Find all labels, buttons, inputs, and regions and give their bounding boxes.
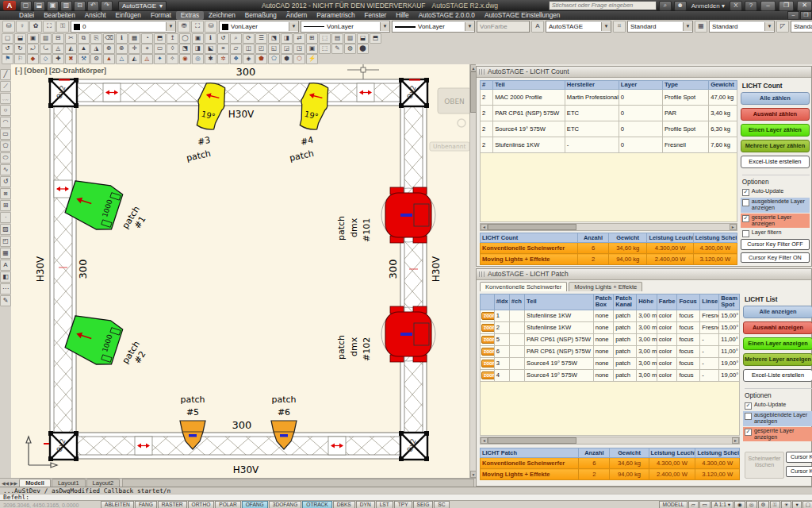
column-header[interactable]: Anzahl — [579, 448, 610, 458]
toolbar-icon[interactable]: ▣ — [192, 33, 204, 44]
column-header[interactable]: Patch Kanal — [614, 294, 637, 310]
toolbar-icon[interactable]: ⌖ — [141, 44, 153, 54]
toolbar-icon[interactable]: ◳ — [293, 44, 305, 54]
toolbar-icon[interactable]: ⬒ — [370, 33, 381, 44]
layer-state-icon[interactable]: ⛃ — [178, 21, 190, 33]
workspace-dropdown[interactable]: AutoSTAGE▾ — [118, 1, 167, 11]
column-header[interactable]: Leistung Scheinwerfer — [695, 448, 740, 458]
column-header[interactable]: # — [481, 81, 493, 90]
column-header[interactable] — [481, 294, 495, 310]
stage-tool-icon[interactable]: ◇ — [40, 54, 52, 64]
fixture-mover-102[interactable] — [381, 306, 435, 362]
draw-tool-icon[interactable]: ﹏ — [0, 93, 11, 104]
menu-autostage-einstellungen[interactable]: AutoSTAGE Einstellungen — [480, 11, 565, 20]
draw-tool-icon[interactable]: ▭ — [0, 129, 11, 140]
mleaderstyle-icon[interactable]: ◸ — [776, 21, 789, 33]
table-row[interactable]: zoom5PAR CP61 (NSP) 575Wnonepatch3,00 mc… — [481, 333, 740, 345]
scroll-right-icon[interactable]: ► — [730, 224, 737, 230]
column-header[interactable]: Leistung Leuchtmittel — [647, 233, 693, 243]
table-row[interactable]: zoom2Stufenlinse 1KWnonepatch3,00 mcolor… — [481, 321, 740, 333]
checkbox-icon[interactable] — [745, 413, 752, 420]
table-row[interactable]: 2MAC 2000 ProfileMartin Professional0Pro… — [481, 90, 737, 106]
zoom-button[interactable]: zoom — [481, 312, 494, 320]
column-header[interactable]: Gewicht — [610, 448, 649, 458]
toolbar-icon[interactable]: ⬓ — [357, 33, 369, 44]
alle-anzeigen-button[interactable]: Alle anzeigen — [743, 306, 812, 318]
cursor-key-filter-off-button[interactable]: Cursor Key Filter OFF — [741, 239, 810, 249]
status-toggle-seig[interactable]: SEIG — [413, 501, 434, 508]
zoom-button[interactable]: zoom — [481, 324, 494, 332]
column-header[interactable]: Gewicht — [608, 233, 647, 243]
color-dropdown[interactable]: VonLayer▼ — [219, 21, 299, 33]
stage-tool-icon[interactable]: ⬟ — [255, 54, 267, 64]
toolbar-icon[interactable]: ✛ — [128, 44, 140, 54]
stage-tool-icon[interactable]: ⬢ — [281, 54, 293, 64]
checkbox-icon[interactable] — [742, 230, 749, 237]
toolbar-icon[interactable]: ⬓ — [14, 33, 26, 44]
draw-tool-icon[interactable]: ∙ — [0, 212, 11, 223]
layer-state-icon[interactable]: ⛁ — [205, 21, 217, 33]
truss-corner-bottom-right[interactable]: 0x2 — [399, 431, 429, 461]
table-row[interactable]: Konventionelle Scheinwerfer634,60 kg4.30… — [481, 458, 740, 469]
dimstyle-dropdown[interactable]: Standard▼ — [627, 21, 693, 33]
column-header[interactable]: Layer — [619, 81, 662, 90]
auswahl-anzeigen-button[interactable]: Auswahl anzeigen — [743, 321, 812, 334]
qat-icon[interactable]: ▣ — [47, 1, 59, 11]
toolbar-icon[interactable]: ↥ — [167, 33, 178, 44]
toolbar-icon[interactable]: ≡ — [217, 44, 229, 54]
stage-tool-icon[interactable]: ◉ — [179, 54, 191, 64]
status-toggle-polar[interactable]: POLAR — [215, 501, 240, 508]
status-toggle-ofang[interactable]: OFANG — [242, 501, 268, 508]
table-horizontal-scrollbar[interactable]: ◄ ► — [480, 437, 740, 444]
toolbar-icon[interactable]: ▣ — [306, 44, 318, 54]
toolbar-icon[interactable]: ℹ — [205, 33, 216, 44]
menu-einf-gen[interactable]: Einfügen — [111, 11, 146, 20]
qat-icon[interactable]: ↷ — [101, 1, 113, 11]
draw-tool-icon[interactable]: ⬠ — [0, 140, 11, 152]
checkbox-icon[interactable] — [745, 429, 752, 436]
checkbox-icon[interactable] — [742, 189, 749, 196]
tablestyle-icon[interactable]: ▦ — [695, 21, 707, 33]
quickview-icon[interactable]: ▭ — [699, 501, 710, 508]
toolbar-icon[interactable]: ✎ — [331, 44, 343, 54]
toolbar-icon[interactable]: ↺ — [2, 44, 13, 54]
restore-button[interactable]: ❐ — [779, 1, 794, 11]
tablestyle-dropdown[interactable]: Standard▼ — [709, 21, 775, 33]
column-header[interactable]: Type — [662, 81, 708, 90]
toolbar-icon[interactable]: ⬚ — [319, 44, 331, 54]
search-icon[interactable]: ⌕ — [659, 1, 672, 11]
draw-tool-icon[interactable]: ╱ — [0, 69, 11, 80]
draw-tool-icon[interactable]: ◧ — [0, 271, 11, 283]
option-gesperrte-layer-anzeigen[interactable]: gesperrte Layer anzeigen — [741, 214, 810, 229]
toolbar-icon[interactable]: ⧉ — [78, 33, 90, 44]
stage-tool-icon[interactable]: ⚑ — [2, 54, 13, 64]
table-horizontal-scrollbar[interactable]: ◄ ► — [480, 223, 737, 231]
status-toggle-fang[interactable]: FANG — [135, 501, 157, 508]
toolbar-icon[interactable]: ☰ — [255, 33, 267, 44]
draw-tool-icon[interactable]: ⊞ — [0, 200, 11, 211]
layer-dropdown[interactable]: 0▼ — [71, 21, 176, 33]
stage-tool-icon[interactable]: ✚ — [52, 54, 64, 64]
stage-tool-icon[interactable]: ✧ — [167, 54, 178, 64]
checkbox-icon[interactable] — [745, 402, 752, 410]
table-row[interactable]: zoom3Source4 19° 575Wnonepatch3,00 mcolo… — [481, 357, 740, 369]
toolbar-icon[interactable]: ⬔ — [268, 33, 280, 44]
layer-tool-icon[interactable]: ♀ — [16, 21, 29, 33]
model-space-button[interactable]: MODELL — [659, 501, 687, 508]
viewport-label[interactable]: [-] [Oben] [2D-Drahtkörper] — [15, 67, 106, 75]
draw-tool-icon[interactable]: ◠ — [0, 117, 11, 128]
doc-restore-button[interactable]: ❐ — [800, 11, 812, 20]
truss-top-beam[interactable] — [77, 79, 400, 106]
toolbar-icon[interactable]: ⬕ — [205, 44, 216, 54]
tab-scroll-icons[interactable]: ◀◀ ▶▶ — [0, 480, 19, 486]
truss-right-beam[interactable] — [400, 106, 427, 433]
patch-tab-moving-lights-effekte[interactable]: Moving Lights + Effekte — [569, 282, 642, 291]
zoom-button[interactable]: zoom — [481, 360, 494, 368]
cursor-key-filter-on-button[interactable]: Cursor Key Filter ON — [786, 466, 812, 477]
drawing-canvas[interactable]: [-] [Oben] [2D-Drahtkörper] — [11, 64, 469, 478]
stage-tool-icon[interactable]: ◎ — [192, 54, 204, 64]
draw-tool-icon[interactable]: ⋯ — [0, 283, 11, 294]
truss-corner-top-right[interactable]: 0x2 — [399, 78, 429, 108]
menu-format[interactable]: Format — [146, 11, 176, 20]
menu-ansicht[interactable]: Ansicht — [80, 11, 111, 20]
